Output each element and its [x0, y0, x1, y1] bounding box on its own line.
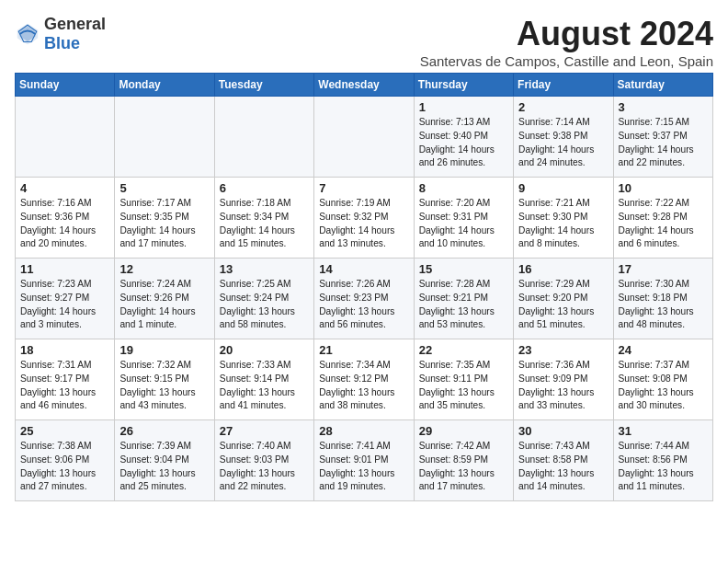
day-number: 14	[319, 262, 408, 276]
day-info: Sunrise: 7:16 AM Sunset: 9:36 PM Dayligh…	[20, 197, 109, 251]
day-number: 2	[518, 100, 608, 114]
week-row-3: 11Sunrise: 7:23 AM Sunset: 9:27 PM Dayli…	[16, 259, 713, 339]
day-info: Sunrise: 7:14 AM Sunset: 9:38 PM Dayligh…	[518, 116, 608, 170]
logo-text: General Blue	[44, 15, 106, 53]
calendar-cell: 29Sunrise: 7:42 AM Sunset: 8:59 PM Dayli…	[414, 420, 513, 501]
calendar-cell: 28Sunrise: 7:41 AM Sunset: 9:01 PM Dayli…	[314, 420, 414, 501]
day-number: 24	[619, 343, 708, 357]
day-info: Sunrise: 7:29 AM Sunset: 9:20 PM Dayligh…	[518, 278, 608, 332]
calendar-cell	[314, 97, 414, 178]
day-info: Sunrise: 7:39 AM Sunset: 9:04 PM Dayligh…	[119, 440, 209, 494]
day-info: Sunrise: 7:40 AM Sunset: 9:03 PM Dayligh…	[220, 440, 309, 494]
calendar-cell: 31Sunrise: 7:44 AM Sunset: 8:56 PM Dayli…	[613, 420, 712, 501]
day-number: 21	[319, 343, 408, 357]
col-friday: Friday	[514, 74, 613, 97]
col-thursday: Thursday	[414, 74, 513, 97]
calendar-cell: 2Sunrise: 7:14 AM Sunset: 9:38 PM Daylig…	[514, 97, 613, 178]
day-number: 20	[220, 343, 309, 357]
day-info: Sunrise: 7:34 AM Sunset: 9:12 PM Dayligh…	[319, 359, 408, 413]
calendar-cell: 22Sunrise: 7:35 AM Sunset: 9:11 PM Dayli…	[414, 339, 513, 420]
day-info: Sunrise: 7:26 AM Sunset: 9:23 PM Dayligh…	[319, 278, 408, 332]
calendar-cell	[214, 97, 313, 178]
day-number: 30	[518, 424, 608, 438]
col-sunday: Sunday	[16, 74, 115, 97]
calendar-cell: 23Sunrise: 7:36 AM Sunset: 9:09 PM Dayli…	[514, 339, 613, 420]
calendar-cell: 1Sunrise: 7:13 AM Sunset: 9:40 PM Daylig…	[414, 97, 513, 178]
day-number: 15	[419, 262, 508, 276]
header-row: Sunday Monday Tuesday Wednesday Thursday…	[16, 74, 713, 97]
logo: General Blue	[15, 15, 106, 53]
calendar-cell: 27Sunrise: 7:40 AM Sunset: 9:03 PM Dayli…	[214, 420, 313, 501]
day-number: 13	[220, 262, 309, 276]
calendar-cell	[115, 97, 214, 178]
day-info: Sunrise: 7:21 AM Sunset: 9:30 PM Dayligh…	[518, 197, 608, 251]
day-info: Sunrise: 7:44 AM Sunset: 8:56 PM Dayligh…	[619, 440, 708, 494]
day-info: Sunrise: 7:22 AM Sunset: 9:28 PM Dayligh…	[619, 197, 708, 251]
calendar-cell: 21Sunrise: 7:34 AM Sunset: 9:12 PM Dayli…	[314, 339, 414, 420]
calendar-cell: 25Sunrise: 7:38 AM Sunset: 9:06 PM Dayli…	[16, 420, 115, 501]
day-number: 7	[319, 181, 408, 195]
day-number: 1	[419, 100, 508, 114]
calendar-cell: 12Sunrise: 7:24 AM Sunset: 9:26 PM Dayli…	[115, 259, 214, 339]
day-number: 16	[518, 262, 608, 276]
page-header: General Blue August 2024 Santervas de Ca…	[15, 15, 713, 69]
title-block: August 2024 Santervas de Campos, Castill…	[420, 15, 713, 69]
calendar-cell: 8Sunrise: 7:20 AM Sunset: 9:31 PM Daylig…	[414, 178, 513, 259]
calendar-cell: 11Sunrise: 7:23 AM Sunset: 9:27 PM Dayli…	[16, 259, 115, 339]
calendar-cell: 13Sunrise: 7:25 AM Sunset: 9:24 PM Dayli…	[214, 259, 313, 339]
day-number: 23	[518, 343, 608, 357]
day-info: Sunrise: 7:41 AM Sunset: 9:01 PM Dayligh…	[319, 440, 408, 494]
day-number: 22	[419, 343, 508, 357]
calendar-cell: 30Sunrise: 7:43 AM Sunset: 8:58 PM Dayli…	[514, 420, 613, 501]
day-info: Sunrise: 7:42 AM Sunset: 8:59 PM Dayligh…	[419, 440, 508, 494]
day-number: 17	[619, 262, 708, 276]
calendar-table: Sunday Monday Tuesday Wednesday Thursday…	[15, 73, 713, 501]
day-info: Sunrise: 7:18 AM Sunset: 9:34 PM Dayligh…	[220, 197, 309, 251]
week-row-2: 4Sunrise: 7:16 AM Sunset: 9:36 PM Daylig…	[16, 178, 713, 259]
day-number: 3	[619, 100, 708, 114]
col-saturday: Saturday	[613, 74, 712, 97]
calendar-cell: 7Sunrise: 7:19 AM Sunset: 9:32 PM Daylig…	[314, 178, 414, 259]
location-subtitle: Santervas de Campos, Castille and Leon, …	[420, 53, 713, 69]
day-info: Sunrise: 7:19 AM Sunset: 9:32 PM Dayligh…	[319, 197, 408, 251]
day-number: 8	[419, 181, 508, 195]
day-info: Sunrise: 7:36 AM Sunset: 9:09 PM Dayligh…	[518, 359, 608, 413]
calendar-cell: 20Sunrise: 7:33 AM Sunset: 9:14 PM Dayli…	[214, 339, 313, 420]
logo-blue: Blue	[44, 34, 80, 52]
day-number: 9	[518, 181, 608, 195]
day-info: Sunrise: 7:23 AM Sunset: 9:27 PM Dayligh…	[20, 278, 109, 332]
calendar-cell: 9Sunrise: 7:21 AM Sunset: 9:30 PM Daylig…	[514, 178, 613, 259]
day-info: Sunrise: 7:38 AM Sunset: 9:06 PM Dayligh…	[20, 440, 109, 494]
day-info: Sunrise: 7:32 AM Sunset: 9:15 PM Dayligh…	[119, 359, 209, 413]
calendar-cell: 17Sunrise: 7:30 AM Sunset: 9:18 PM Dayli…	[613, 259, 712, 339]
calendar-cell: 4Sunrise: 7:16 AM Sunset: 9:36 PM Daylig…	[16, 178, 115, 259]
week-row-4: 18Sunrise: 7:31 AM Sunset: 9:17 PM Dayli…	[16, 339, 713, 420]
day-number: 5	[119, 181, 209, 195]
calendar-cell: 24Sunrise: 7:37 AM Sunset: 9:08 PM Dayli…	[613, 339, 712, 420]
day-number: 12	[119, 262, 209, 276]
day-number: 6	[220, 181, 309, 195]
day-info: Sunrise: 7:15 AM Sunset: 9:37 PM Dayligh…	[619, 116, 708, 170]
day-number: 10	[619, 181, 708, 195]
day-number: 25	[20, 424, 109, 438]
calendar-cell: 18Sunrise: 7:31 AM Sunset: 9:17 PM Dayli…	[16, 339, 115, 420]
day-number: 11	[20, 262, 109, 276]
day-number: 19	[119, 343, 209, 357]
day-info: Sunrise: 7:13 AM Sunset: 9:40 PM Dayligh…	[419, 116, 508, 170]
calendar-cell: 5Sunrise: 7:17 AM Sunset: 9:35 PM Daylig…	[115, 178, 214, 259]
calendar-cell: 6Sunrise: 7:18 AM Sunset: 9:34 PM Daylig…	[214, 178, 313, 259]
day-number: 29	[419, 424, 508, 438]
week-row-5: 25Sunrise: 7:38 AM Sunset: 9:06 PM Dayli…	[16, 420, 713, 501]
day-info: Sunrise: 7:24 AM Sunset: 9:26 PM Dayligh…	[119, 278, 209, 332]
calendar-cell	[16, 97, 115, 178]
day-number: 31	[619, 424, 708, 438]
logo-icon	[15, 21, 40, 47]
day-number: 26	[119, 424, 209, 438]
day-info: Sunrise: 7:33 AM Sunset: 9:14 PM Dayligh…	[220, 359, 309, 413]
col-tuesday: Tuesday	[214, 74, 313, 97]
week-row-1: 1Sunrise: 7:13 AM Sunset: 9:40 PM Daylig…	[16, 97, 713, 178]
logo-general: General	[44, 15, 106, 33]
calendar-cell: 26Sunrise: 7:39 AM Sunset: 9:04 PM Dayli…	[115, 420, 214, 501]
day-info: Sunrise: 7:28 AM Sunset: 9:21 PM Dayligh…	[419, 278, 508, 332]
calendar-cell: 14Sunrise: 7:26 AM Sunset: 9:23 PM Dayli…	[314, 259, 414, 339]
